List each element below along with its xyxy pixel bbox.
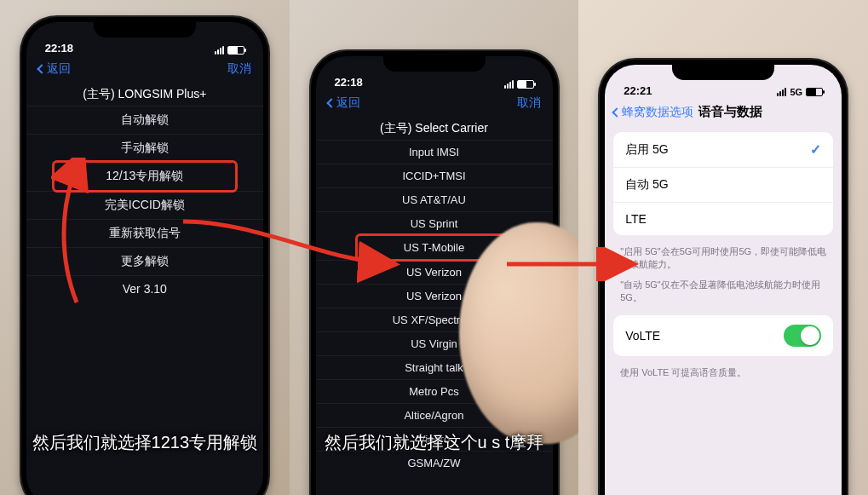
menu-item-manual-unlock[interactable]: 手动解锁 xyxy=(26,134,263,162)
chevron-left-icon xyxy=(37,64,46,73)
back-button[interactable]: 返回 xyxy=(328,95,360,111)
phone-frame: 22:18 返回 取消 (主号) LONGSIM Plus+ 自动解锁 手动解锁… xyxy=(21,17,268,495)
menu-item-gsma[interactable]: GSMA/ZW xyxy=(316,451,553,475)
nav-bar: 返回 取消 xyxy=(316,90,553,116)
footnote-enable5g: "启用 5G"会在5G可用时使用5G，即使可能降低电池续航能力。 xyxy=(605,242,842,275)
option-label: LTE xyxy=(625,212,647,226)
checkmark-icon: ✓ xyxy=(810,141,821,158)
menu-item-iccid-tmsi[interactable]: ICCID+TMSI xyxy=(316,164,553,187)
menu-item-auto-unlock[interactable]: 自动解锁 xyxy=(26,106,263,134)
status-icons xyxy=(215,46,244,55)
menu-item-iccid-unlock[interactable]: 完美ICCID解锁 xyxy=(26,191,263,219)
menu-item-more-unlock[interactable]: 更多解锁 xyxy=(26,247,263,275)
footnote-volte: 使用 VoLTE 可提高语音质量。 xyxy=(605,363,842,383)
back-label: 蜂窝数据选项 xyxy=(622,105,693,120)
status-icons: 5G xyxy=(777,87,823,97)
clock: 22:21 xyxy=(624,84,652,97)
sheet-title: (主号) Select Carrier xyxy=(316,116,553,140)
panel-unlock-menu: 22:18 返回 取消 (主号) LONGSIM Plus+ 自动解锁 手动解锁… xyxy=(0,0,290,495)
clock: 22:18 xyxy=(45,42,73,55)
toggle-switch-on[interactable] xyxy=(784,325,821,347)
network-mode-group: 启用 5G ✓ 自动 5G LTE xyxy=(613,132,833,235)
footnote-auto5g: "自动 5G"仅在不会显著降低电池续航能力时使用5G。 xyxy=(605,275,842,308)
battery-icon xyxy=(227,46,244,55)
status-icons xyxy=(504,80,534,89)
clock: 22:18 xyxy=(335,76,363,89)
notch xyxy=(94,17,196,37)
notch xyxy=(383,51,486,72)
screen: 22:18 返回 取消 (主号) LONGSIM Plus+ 自动解锁 手动解锁… xyxy=(26,22,263,495)
option-enable-5g[interactable]: 启用 5G ✓ xyxy=(613,132,833,167)
screen: 22:21 5G 蜂窝数据选项 语音与数据 启用 5G ✓ xyxy=(605,65,842,495)
network-label: 5G xyxy=(790,87,802,97)
sheet-title: (主号) LONGSIM Plus+ xyxy=(26,82,263,106)
option-volte[interactable]: VoLTE xyxy=(613,315,833,356)
page-title: 语音与数据 xyxy=(698,104,762,120)
notch xyxy=(672,60,774,80)
unlock-menu: 自动解锁 手动解锁 12/13专用解锁 完美ICCID解锁 重新获取信号 更多解… xyxy=(26,106,263,302)
chevron-left-icon xyxy=(612,107,622,117)
menu-item-version: Ver 3.10 xyxy=(26,275,263,302)
menu-item-reacquire-signal[interactable]: 重新获取信号 xyxy=(26,219,263,247)
panel-carrier-select: 22:18 返回 取消 (主号) Select Carrier Input IM… xyxy=(290,0,579,495)
menu-item-att[interactable]: US AT&T/AU xyxy=(316,187,553,211)
signal-icon xyxy=(777,88,786,96)
cancel-button[interactable]: 取消 xyxy=(227,61,251,77)
subtitle-caption: 然后我们就选择1213专用解锁 xyxy=(0,431,290,454)
battery-icon xyxy=(806,88,823,96)
chevron-left-icon xyxy=(326,98,336,107)
nav-bar: 蜂窝数据选项 语音与数据 xyxy=(605,99,842,125)
cancel-button[interactable]: 取消 xyxy=(517,95,541,111)
battery-icon xyxy=(517,80,534,89)
subtitle-caption: 然后我们就选择这个u s t摩拜 xyxy=(290,431,579,454)
option-label: VoLTE xyxy=(625,329,660,342)
panel-voice-data: 22:21 5G 蜂窝数据选项 语音与数据 启用 5G ✓ xyxy=(578,0,868,495)
nav-bar: 返回 取消 xyxy=(26,56,263,82)
volte-group: VoLTE xyxy=(613,315,833,356)
back-label: 返回 xyxy=(336,95,360,111)
option-lte[interactable]: LTE xyxy=(613,202,833,235)
option-auto-5g[interactable]: 自动 5G xyxy=(613,167,833,202)
menu-item-input-imsi[interactable]: Input IMSI xyxy=(316,140,553,164)
back-button[interactable]: 蜂窝数据选项 xyxy=(613,105,693,120)
highlight-box: 12/13专用解锁 xyxy=(52,160,238,193)
menu-item-1213-unlock[interactable]: 12/13专用解锁 xyxy=(55,163,235,190)
phone-frame: 22:21 5G 蜂窝数据选项 语音与数据 启用 5G ✓ xyxy=(600,60,847,495)
option-label: 启用 5G xyxy=(625,142,669,158)
back-button[interactable]: 返回 xyxy=(38,61,71,77)
back-label: 返回 xyxy=(47,61,71,77)
signal-icon xyxy=(215,46,224,55)
signal-icon xyxy=(504,80,514,89)
option-label: 自动 5G xyxy=(625,177,669,193)
